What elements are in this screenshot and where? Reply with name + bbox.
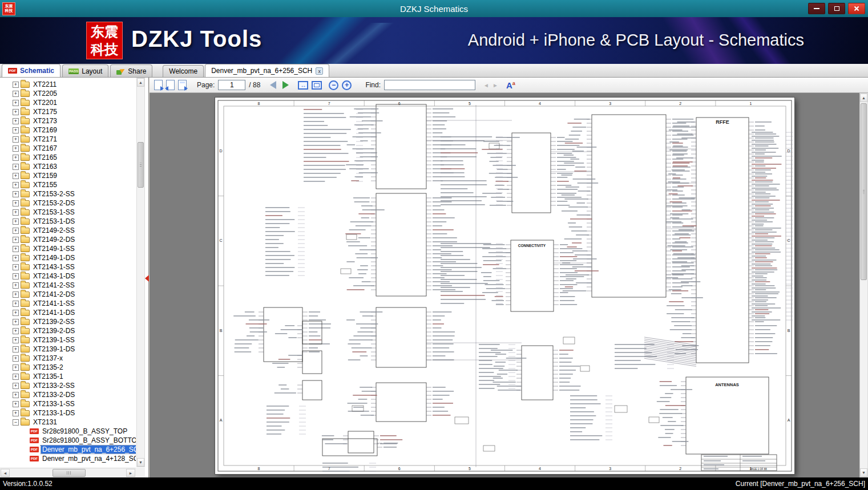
doc-scroll-down-icon[interactable]: ▼ <box>860 468 867 477</box>
expand-node-icon[interactable]: + <box>13 127 19 133</box>
expand-node-icon[interactable]: + <box>13 374 19 380</box>
sidebar-hscrollbar-thumb[interactable] <box>53 469 86 477</box>
zoom-out-button[interactable]: − <box>329 80 338 90</box>
expand-node-icon[interactable]: + <box>13 209 19 216</box>
page-view-button-3[interactable] <box>178 80 187 90</box>
tree-item-XT2141-1-SS[interactable]: +XT2141-1-SS <box>0 299 136 308</box>
expand-node-icon[interactable]: + <box>13 218 19 225</box>
sidebar-scrollbar-thumb[interactable] <box>138 142 144 188</box>
expand-node-icon[interactable]: + <box>13 237 19 243</box>
tree-item-XT2139-1-DS[interactable]: +XT2139-1-DS <box>0 345 136 354</box>
expand-node-icon[interactable]: + <box>13 264 19 270</box>
expand-node-icon[interactable]: + <box>13 173 19 179</box>
tree-item-XT2141-2-SS[interactable]: +XT2141-2-SS <box>0 281 136 290</box>
tree-item-XT2135-2[interactable]: +XT2135-2 <box>0 363 136 372</box>
expand-node-icon[interactable]: + <box>13 109 19 115</box>
find-previous-button[interactable]: ◄ <box>483 82 489 88</box>
document-vertical-scrollbar[interactable]: ▲ ▼ <box>859 93 868 477</box>
expand-node-icon[interactable]: + <box>13 273 19 280</box>
tree-item-XT2141-1-DS[interactable]: +XT2141-1-DS <box>0 308 136 317</box>
expand-node-icon[interactable]: + <box>13 365 19 371</box>
expand-node-icon[interactable]: + <box>13 392 19 398</box>
tree-item-XT2133-2-DS[interactable]: +XT2133-2-DS <box>0 390 136 399</box>
expand-node-icon[interactable]: + <box>13 301 19 307</box>
expand-node-icon[interactable]: + <box>13 346 19 353</box>
expand-node-icon[interactable]: + <box>13 145 19 152</box>
tree-item-XT2149-2-SS[interactable]: +XT2149-2-SS <box>0 226 136 235</box>
find-next-button[interactable]: ► <box>492 82 498 88</box>
tree-item-XT2149-1-SS[interactable]: +XT2149-1-SS <box>0 244 136 253</box>
doc-scroll-up-icon[interactable]: ▲ <box>860 94 867 102</box>
tree-item-XT2153-2-DS[interactable]: +XT2153-2-DS <box>0 199 136 208</box>
tree-item-Denver_mb_pvt_na_6+256_SCH[interactable]: PDFDenver_mb_pvt_na_6+256_SCH <box>0 445 136 454</box>
tree-item-Sr28c91800_B_ASSY_BOTTOM[interactable]: PDFSr28c91800_B_ASSY_BOTTOM <box>0 436 136 445</box>
tree-item-XT2153-1-DS[interactable]: +XT2153-1-DS <box>0 217 136 226</box>
scroll-down-icon[interactable]: ▼ <box>137 458 144 467</box>
fit-page-button[interactable] <box>312 81 322 90</box>
collapse-node-icon[interactable]: − <box>13 419 19 426</box>
tree-item-XT2155[interactable]: +XT2155 <box>0 180 136 189</box>
tree-item-XT2165[interactable]: +XT2165 <box>0 153 136 162</box>
scroll-right-icon[interactable]: ► <box>126 469 135 477</box>
expand-node-icon[interactable]: + <box>13 246 19 252</box>
tree-item-XT2153-1-SS[interactable]: +XT2153-1-SS <box>0 208 136 217</box>
expand-node-icon[interactable]: + <box>13 410 19 416</box>
tree-item-XT2149-2-DS[interactable]: +XT2149-2-DS <box>0 235 136 244</box>
document-area[interactable]: 8877665544332211DDCCBBAARFFECONNECTIVITY… <box>150 93 868 477</box>
tab-schematic[interactable]: PDF Schematic <box>2 64 60 77</box>
tree-item-XT2135-1[interactable]: +XT2135-1 <box>0 372 136 381</box>
tree-item-Denver_mb_pvt_na_4+128_SCH[interactable]: PDFDenver_mb_pvt_na_4+128_SCH <box>0 454 136 463</box>
page-number-input[interactable] <box>218 80 245 90</box>
sidebar-vertical-scrollbar[interactable]: ▲ ▼ <box>136 78 145 467</box>
expand-node-icon[interactable]: + <box>13 155 19 161</box>
page-view-button-2[interactable] <box>166 80 175 90</box>
tree-item-XT2143-1-SS[interactable]: +XT2143-1-SS <box>0 262 136 272</box>
tree-item-XT2159[interactable]: +XT2159 <box>0 171 136 180</box>
expand-node-icon[interactable]: + <box>13 182 19 188</box>
tree-item-XT2173[interactable]: +XT2173 <box>0 116 136 125</box>
expand-node-icon[interactable]: + <box>13 291 19 298</box>
expand-node-icon[interactable]: + <box>13 328 19 334</box>
tree-item-XT2133-1-DS[interactable]: +XT2133-1-DS <box>0 408 136 418</box>
previous-page-button[interactable] <box>268 80 277 90</box>
expand-node-icon[interactable]: + <box>13 91 19 97</box>
next-page-button[interactable] <box>281 80 290 90</box>
tab-share[interactable]: Share <box>110 64 152 77</box>
tree-item-XT2137-x[interactable]: +XT2137-x <box>0 354 136 363</box>
tree-item-XT2163[interactable]: +XT2163 <box>0 162 136 171</box>
tree-item-XT2201[interactable]: +XT2201 <box>0 98 136 107</box>
schematic-page[interactable]: 8877665544332211DDCCBBAARFFECONNECTIVITY… <box>215 98 794 474</box>
expand-node-icon[interactable]: + <box>13 100 19 106</box>
expand-node-icon[interactable]: + <box>13 310 19 316</box>
tree-item-Sr28c91800_B_ASSY_TOP[interactable]: PDFSr28c91800_B_ASSY_TOP <box>0 427 136 436</box>
expand-node-icon[interactable]: + <box>13 401 19 407</box>
expand-node-icon[interactable]: + <box>13 355 19 362</box>
find-input[interactable] <box>384 80 475 90</box>
tree-item-XT2169[interactable]: +XT2169 <box>0 125 136 135</box>
tree-item-XT2139-1-SS[interactable]: +XT2139-1-SS <box>0 335 136 345</box>
fit-width-button[interactable]: ↔ <box>298 81 308 90</box>
expand-node-icon[interactable]: + <box>13 136 19 143</box>
expand-node-icon[interactable]: + <box>13 200 19 206</box>
tree-item-XT2167[interactable]: +XT2167 <box>0 144 136 153</box>
tree-item-XT2211[interactable]: +XT2211 <box>0 80 136 89</box>
expand-node-icon[interactable]: + <box>13 337 19 343</box>
tree-item-XT2139-2-DS[interactable]: +XT2139-2-DS <box>0 326 136 335</box>
tree-item-XT2143-1-DS[interactable]: +XT2143-1-DS <box>0 272 136 281</box>
expand-node-icon[interactable]: + <box>13 319 19 325</box>
expand-node-icon[interactable]: + <box>13 82 19 88</box>
expand-node-icon[interactable]: + <box>13 228 19 234</box>
zoom-in-button[interactable]: + <box>342 80 352 90</box>
tree-item-XT2139-2-SS[interactable]: +XT2139-2-SS <box>0 317 136 326</box>
tree-item-XT2149-1-DS[interactable]: +XT2149-1-DS <box>0 253 136 262</box>
tab-layout[interactable]: PADS Layout <box>62 64 108 77</box>
scroll-up-icon[interactable]: ▲ <box>137 78 144 87</box>
tab-close-icon[interactable]: x <box>316 67 323 75</box>
minimize-button[interactable] <box>808 3 825 14</box>
doc-tab-welcome[interactable]: Welcome <box>163 65 204 77</box>
tree-item-XT2133-1-SS[interactable]: +XT2133-1-SS <box>0 399 136 408</box>
document-scrollbar-thumb[interactable] <box>861 103 867 280</box>
tree-item-XT2133-2-SS[interactable]: +XT2133-2-SS <box>0 381 136 390</box>
expand-node-icon[interactable]: + <box>13 255 19 261</box>
expand-node-icon[interactable]: + <box>13 282 19 289</box>
